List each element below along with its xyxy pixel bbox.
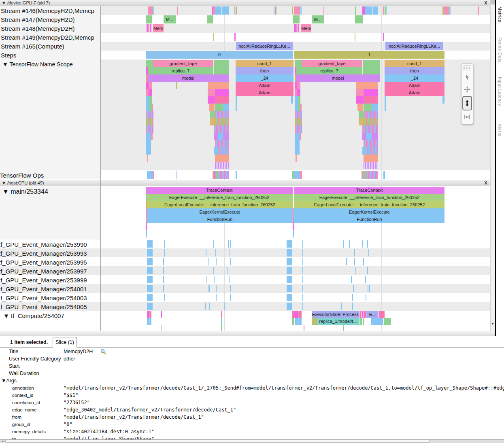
trace-event[interactable] <box>295 96 298 104</box>
trace-event[interactable] <box>295 147 300 155</box>
trace-event[interactable] <box>352 303 353 310</box>
trace-event[interactable] <box>208 285 210 292</box>
trace-event[interactable] <box>366 147 378 155</box>
trace-event[interactable]: 1 <box>294 51 444 59</box>
trace-event[interactable] <box>366 294 366 301</box>
trace-event[interactable] <box>383 33 384 41</box>
trace-event[interactable] <box>354 258 355 265</box>
trace-event[interactable] <box>295 133 300 140</box>
gpu-process-header[interactable]: ▼ /device:GPU:7 (pid 7) X <box>0 0 490 6</box>
trace-event[interactable] <box>298 24 299 32</box>
trace-event[interactable] <box>312 318 317 325</box>
trace-event[interactable] <box>218 171 229 179</box>
trace-event[interactable] <box>215 162 229 169</box>
trace-event[interactable] <box>147 311 149 318</box>
trace-event[interactable] <box>343 240 344 248</box>
trace-event[interactable]: FunctionRun <box>147 216 293 223</box>
trace-event[interactable]: replica_7 <box>296 67 362 74</box>
horizontal-scrollbar-thumb[interactable] <box>5 440 430 443</box>
cpu-process-header[interactable]: ▼ /host:CPU (pid 49) X <box>0 180 490 186</box>
trace-event[interactable] <box>215 111 229 118</box>
trace-event[interactable]: gradient_tape <box>153 60 213 67</box>
trace-event[interactable] <box>163 258 164 265</box>
trace-event[interactable] <box>152 104 153 111</box>
trace-event[interactable] <box>287 249 292 256</box>
trace-event[interactable]: EagerKernelExecute <box>147 208 293 216</box>
trace-event[interactable] <box>298 318 302 325</box>
trace-event[interactable] <box>229 276 230 283</box>
trace-event[interactable] <box>295 140 300 147</box>
trace-event[interactable] <box>478 6 479 15</box>
trace-event[interactable] <box>206 276 207 283</box>
trace-event[interactable] <box>147 267 153 274</box>
trace-event[interactable] <box>287 267 292 274</box>
trace-event[interactable] <box>355 33 355 41</box>
trace-event[interactable] <box>298 96 300 104</box>
trace-event[interactable] <box>207 15 213 23</box>
zoom-tool-button[interactable] <box>462 96 472 110</box>
trace-event[interactable] <box>164 249 165 256</box>
trace-event[interactable] <box>146 230 147 237</box>
trace-event[interactable] <box>208 96 215 104</box>
trace-event[interactable] <box>300 133 301 140</box>
trace-event[interactable] <box>206 249 206 256</box>
trace-event[interactable] <box>364 118 378 125</box>
trace-event[interactable] <box>294 6 300 15</box>
trace-event[interactable] <box>177 6 178 15</box>
trace-event[interactable] <box>147 171 153 179</box>
trace-event[interactable] <box>293 223 294 230</box>
trace-event[interactable] <box>292 6 293 15</box>
trace-event[interactable]: TraceContext <box>146 187 293 194</box>
trace-event[interactable]: replica_7 <box>148 67 213 74</box>
trace-event[interactable] <box>176 171 177 179</box>
trace-event[interactable] <box>163 276 164 283</box>
trace-event[interactable] <box>355 6 356 15</box>
trace-event[interactable] <box>217 147 229 155</box>
trace-event[interactable] <box>148 6 153 15</box>
trace-event[interactable] <box>355 15 363 23</box>
trace-event[interactable] <box>228 240 229 248</box>
trace-event[interactable] <box>221 325 222 331</box>
trace-event[interactable] <box>214 125 229 133</box>
trace-event[interactable] <box>164 240 165 248</box>
trace-event[interactable] <box>349 240 350 248</box>
trace-event[interactable] <box>295 111 302 118</box>
trace-event[interactable] <box>296 24 297 32</box>
trace-event[interactable]: EagerExecute: __inference_train_function… <box>146 194 293 201</box>
trace-event[interactable]: ExecutorState::Process <box>312 311 359 318</box>
trace-event[interactable] <box>213 240 214 248</box>
trace-event[interactable] <box>146 133 151 140</box>
trace-event[interactable] <box>362 240 363 248</box>
trace-event[interactable] <box>346 258 347 265</box>
trace-event[interactable]: model <box>296 74 380 82</box>
trace-event[interactable] <box>293 15 300 23</box>
trace-event[interactable]: replica_1/model/t... <box>317 318 359 325</box>
trace-event[interactable] <box>215 118 229 125</box>
trace-event[interactable] <box>361 318 362 325</box>
trace-event[interactable] <box>208 89 215 96</box>
sidebar-tab-input-latency[interactable]: Input Latency <box>498 77 502 106</box>
trace-event[interactable]: E... <box>366 311 379 318</box>
trace-event[interactable] <box>210 118 215 125</box>
trace-event[interactable] <box>383 171 385 179</box>
trace-event[interactable] <box>147 258 153 265</box>
trace-event[interactable] <box>351 276 352 283</box>
vertical-scrollbar-thumb[interactable] <box>491 0 495 4</box>
trace-event[interactable] <box>146 60 153 67</box>
trace-event[interactable] <box>353 285 354 292</box>
trace-event[interactable] <box>215 96 229 104</box>
trace-event[interactable] <box>364 111 378 118</box>
trace-event[interactable] <box>147 249 153 256</box>
trace-event[interactable]: _24 <box>385 74 444 82</box>
trace-event[interactable] <box>362 133 366 140</box>
trace-event[interactable] <box>302 303 303 310</box>
trace-event[interactable] <box>230 294 231 301</box>
trace-event[interactable] <box>221 318 222 325</box>
scroll-down-icon[interactable]: ▼ <box>490 322 495 326</box>
trace-event[interactable] <box>215 140 229 147</box>
trace-event[interactable] <box>146 96 149 104</box>
trace-event[interactable] <box>230 240 231 248</box>
trace-event[interactable]: EagerLocalExecute: __inference_train_fun… <box>294 201 444 208</box>
trace-event[interactable] <box>228 267 228 274</box>
trace-event[interactable] <box>366 133 372 140</box>
